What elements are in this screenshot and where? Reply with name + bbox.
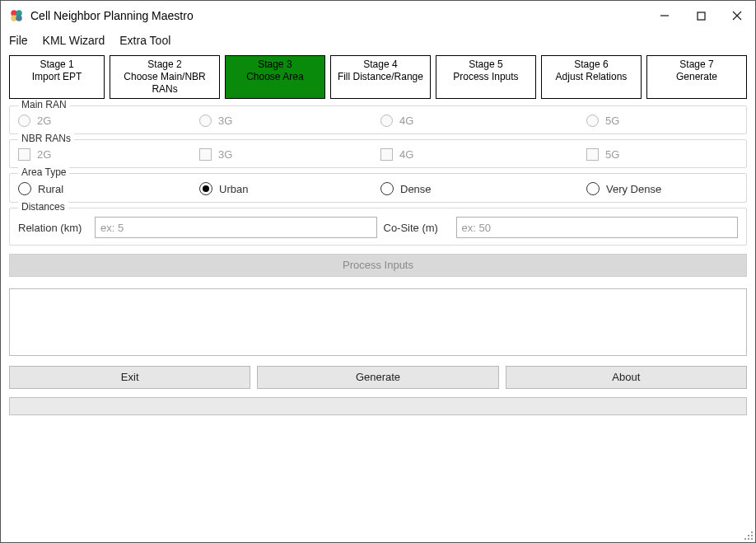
nbr-ran-3g: 3G — [199, 148, 380, 161]
cosite-label: Co-Site (m) — [384, 222, 450, 234]
minimize-button[interactable] — [646, 1, 683, 30]
distances-legend: Distances — [18, 201, 68, 213]
svg-point-3 — [16, 15, 22, 21]
radio-icon — [380, 182, 394, 195]
area-type-very-dense[interactable]: Very Dense — [586, 182, 738, 195]
window-title: Cell Neighbor Planning Maestro — [30, 9, 646, 22]
stage-6-tab[interactable]: Stage 6Adjust Relations — [541, 55, 642, 99]
app-icon — [9, 8, 24, 23]
menu-extra-tool[interactable]: Extra Tool — [119, 34, 170, 47]
title-bar: Cell Neighbor Planning Maestro — [1, 1, 755, 30]
radio-icon — [199, 115, 212, 127]
log-output — [9, 288, 747, 356]
radio-icon — [586, 182, 600, 195]
close-button[interactable] — [719, 1, 755, 30]
menu-kml-wizard[interactable]: KML Wizard — [43, 34, 105, 47]
maximize-button[interactable] — [683, 1, 719, 30]
radio-icon — [18, 182, 31, 195]
progress-bar — [9, 397, 747, 415]
stage-7-tab[interactable]: Stage 7Generate — [646, 55, 747, 99]
nbr-rans-legend: NBR RANs — [18, 133, 74, 144]
checkbox-icon — [586, 148, 599, 161]
nbr-rans-group: NBR RANs 2G 3G 4G 5G — [9, 139, 747, 168]
nbr-ran-5g: 5G — [586, 148, 738, 161]
area-type-urban[interactable]: Urban — [199, 182, 380, 195]
relation-input[interactable] — [95, 217, 377, 238]
stage-2-tab[interactable]: Stage 2Choose Main/NBR RANs — [110, 55, 220, 99]
checkbox-icon — [199, 148, 212, 161]
about-button[interactable]: About — [506, 366, 747, 389]
resize-grip-icon[interactable] — [743, 530, 753, 540]
stage-tabs: Stage 1Import EPT Stage 2Choose Main/NBR… — [9, 55, 747, 99]
stage-5-tab[interactable]: Stage 5Process Inputs — [436, 55, 536, 99]
area-type-group: Area Type Rural Urban Dense Very Dense — [9, 173, 747, 203]
process-inputs-button: Process Inputs — [9, 254, 747, 277]
main-ran-4g: 4G — [380, 115, 586, 127]
generate-button[interactable]: Generate — [257, 366, 498, 389]
distances-group: Distances Relation (km) Co-Site (m) — [9, 208, 747, 246]
main-ran-legend: Main RAN — [18, 99, 70, 110]
stage-3-tab[interactable]: Stage 3Choose Area — [225, 55, 325, 99]
checkbox-icon — [18, 148, 30, 161]
relation-label: Relation (km) — [18, 222, 88, 234]
menu-file[interactable]: File — [9, 34, 28, 47]
main-ran-2g: 2G — [18, 115, 199, 127]
main-ran-3g: 3G — [199, 115, 380, 127]
checkbox-icon — [380, 148, 393, 161]
svg-rect-5 — [698, 12, 705, 20]
nbr-ran-4g: 4G — [380, 148, 586, 161]
area-type-rural[interactable]: Rural — [18, 182, 199, 195]
main-ran-5g: 5G — [586, 115, 738, 127]
radio-icon — [18, 115, 30, 127]
nbr-ran-2g: 2G — [18, 148, 199, 161]
cosite-input[interactable] — [456, 217, 739, 238]
area-type-legend: Area Type — [18, 166, 69, 178]
stage-4-tab[interactable]: Stage 4Fill Distance/Range — [330, 55, 431, 99]
area-type-dense[interactable]: Dense — [380, 182, 586, 195]
radio-icon — [199, 182, 212, 195]
exit-button[interactable]: Exit — [9, 366, 250, 389]
stage-1-tab[interactable]: Stage 1Import EPT — [9, 55, 105, 99]
menu-bar: File KML Wizard Extra Tool — [1, 30, 755, 50]
radio-icon — [586, 115, 599, 127]
radio-icon — [380, 115, 393, 127]
main-ran-group: Main RAN 2G 3G 4G 5G — [9, 105, 747, 134]
